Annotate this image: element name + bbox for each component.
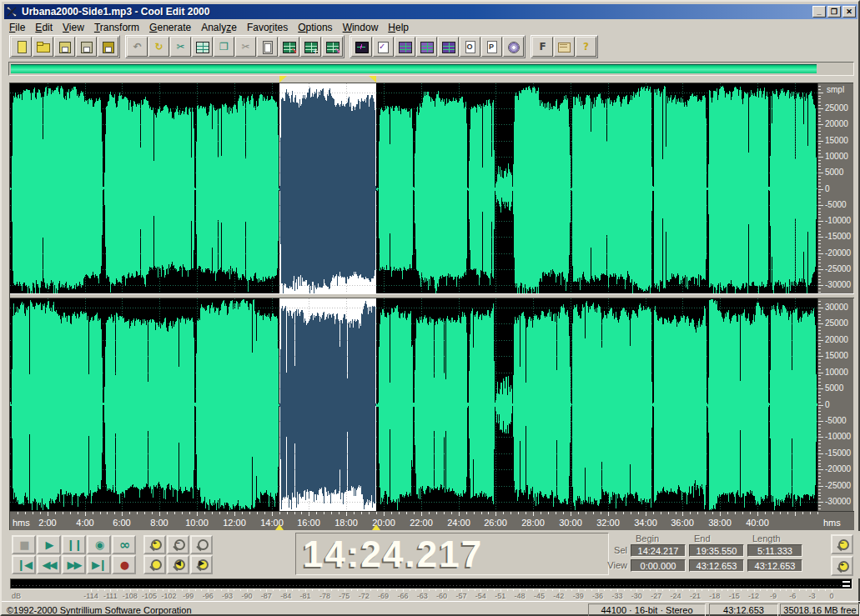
- vzoom-out-button[interactable]: −: [831, 534, 853, 554]
- selview-value[interactable]: 0:00.000: [631, 559, 686, 572]
- menu-file[interactable]: File: [4, 21, 30, 34]
- go-to-end-icon: ▶❙: [92, 559, 106, 570]
- go-to-start-button[interactable]: ❙◀: [12, 555, 36, 574]
- go-to-end-button[interactable]: ▶❙: [87, 555, 111, 574]
- paste-button[interactable]: [257, 37, 278, 57]
- convert-sample-type-button[interactable]: [322, 37, 343, 57]
- mix-paste-button[interactable]: [300, 37, 321, 57]
- level-meter[interactable]: [10, 578, 852, 589]
- timeline-tick: [242, 512, 243, 514]
- cd-player-button[interactable]: [503, 37, 524, 57]
- copy-to-new-button[interactable]: [192, 37, 213, 57]
- menu-view[interactable]: View: [58, 21, 89, 34]
- rewind-button[interactable]: ◀◀: [37, 555, 61, 574]
- copy-button[interactable]: [214, 37, 234, 57]
- selview-value[interactable]: 5:11.333: [747, 544, 802, 557]
- open-play-doc-button[interactable]: [481, 37, 502, 57]
- db-label: -78: [319, 592, 330, 600]
- ruler-tick: [818, 292, 821, 293]
- timeline-tick: [107, 512, 108, 514]
- play-looped-button[interactable]: ◉: [87, 535, 111, 554]
- save-as-button[interactable]: [76, 37, 97, 57]
- selection-handle[interactable]: [372, 524, 380, 530]
- menu-analyze[interactable]: Analyze: [196, 21, 242, 34]
- timeline-tick: [234, 512, 235, 516]
- save-file-button[interactable]: [54, 37, 75, 57]
- timeline-ruler[interactable]: 2:004:006:008:0010:0012:0014:0016:0018:0…: [10, 511, 854, 530]
- trim-button[interactable]: [235, 37, 256, 57]
- ruler-tick: [818, 198, 821, 199]
- zoom-out-button[interactable]: −: [167, 535, 189, 554]
- copy-icon: [217, 41, 231, 53]
- selview-value[interactable]: 43:12.653: [747, 559, 802, 572]
- multitrack-grid-2-button[interactable]: [416, 37, 437, 57]
- vzoom-in-button[interactable]: +: [831, 556, 853, 576]
- scripts-button[interactable]: [554, 37, 575, 57]
- new-file-button[interactable]: [11, 37, 32, 57]
- stop-button[interactable]: ■: [12, 535, 36, 554]
- menu-options[interactable]: Options: [293, 21, 337, 34]
- ruler-tick: [818, 285, 823, 286]
- overview-bar[interactable]: [8, 62, 854, 76]
- selview-value[interactable]: 14:24.217: [631, 544, 686, 557]
- multitrack-grid-1-button[interactable]: [395, 37, 415, 57]
- db-tick: [104, 589, 105, 591]
- zoom-full-button[interactable]: [190, 535, 213, 554]
- selection-handle[interactable]: [369, 76, 376, 83]
- channel-separator[interactable]: [10, 293, 854, 298]
- selection-handle[interactable]: [275, 524, 284, 530]
- waveform-view-button[interactable]: [351, 37, 372, 57]
- minimize-button[interactable]: _: [812, 6, 826, 18]
- zoom-sel-left-button[interactable]: ◀: [167, 555, 189, 574]
- pause-button[interactable]: ❙❙: [62, 535, 86, 554]
- multitrack-grid-3-button[interactable]: [438, 37, 459, 57]
- open-file-button[interactable]: [33, 37, 53, 57]
- menu-edit[interactable]: Edit: [30, 21, 58, 34]
- title-bar: Urbana2000-Side1.mp3 - Cool Edit 2000 _ …: [4, 4, 857, 19]
- menu-favorites[interactable]: Favorites: [242, 21, 293, 34]
- selview-value[interactable]: 43:12.653: [689, 559, 744, 572]
- paste-to-new-button[interactable]: [279, 37, 299, 57]
- multitrack-grid-2-icon: [420, 41, 434, 53]
- cut-button[interactable]: [170, 37, 191, 57]
- menu-window[interactable]: Window: [338, 21, 384, 34]
- db-label: -27: [651, 592, 661, 600]
- record-button[interactable]: ●: [112, 555, 136, 574]
- menu-generate[interactable]: Generate: [144, 21, 196, 34]
- ruler-label: -5000: [825, 416, 847, 425]
- db-tick: [780, 589, 781, 591]
- zoom-in-button[interactable]: +: [143, 535, 166, 554]
- db-label: -33: [611, 592, 622, 600]
- menu-bar: FileEditViewTransformGenerateAnalyzeFavo…: [4, 20, 857, 34]
- selection-handle[interactable]: [279, 76, 287, 83]
- menu-help[interactable]: Help: [383, 21, 414, 34]
- db-tick: [760, 589, 761, 591]
- timeline-tick: [384, 512, 385, 516]
- db-label: -6: [789, 592, 796, 600]
- play-button[interactable]: ▶: [37, 535, 61, 554]
- ruler-tick: [818, 320, 821, 321]
- undo-button[interactable]: [127, 37, 148, 57]
- repeat-last-button[interactable]: [148, 37, 169, 57]
- fast-forward-button[interactable]: ▶▶: [62, 555, 86, 574]
- zoom-sel-right-button[interactable]: ▶: [190, 555, 213, 574]
- db-label: -114: [83, 592, 98, 600]
- ruler-tick: [818, 453, 823, 454]
- db-label: -15: [729, 592, 740, 600]
- cue-list-button[interactable]: [373, 37, 394, 57]
- db-tick: [455, 589, 455, 591]
- db-tick: [786, 589, 787, 591]
- selview-value[interactable]: 19:35.550: [689, 544, 744, 557]
- save-selection-button[interactable]: [98, 37, 118, 57]
- menu-transform[interactable]: Transform: [89, 21, 144, 34]
- db-tick: [396, 589, 397, 591]
- close-button[interactable]: ✕: [842, 6, 856, 18]
- restore-button[interactable]: ❐: [827, 6, 841, 18]
- help-button[interactable]: [576, 37, 596, 57]
- zoom-to-selection-button[interactable]: [143, 555, 166, 574]
- loop-button[interactable]: ∞: [112, 535, 136, 554]
- open-cue-doc-button[interactable]: [460, 37, 480, 57]
- frequency-analysis-button[interactable]: [532, 37, 553, 57]
- db-tick: [292, 589, 293, 591]
- toolbar: [4, 34, 857, 59]
